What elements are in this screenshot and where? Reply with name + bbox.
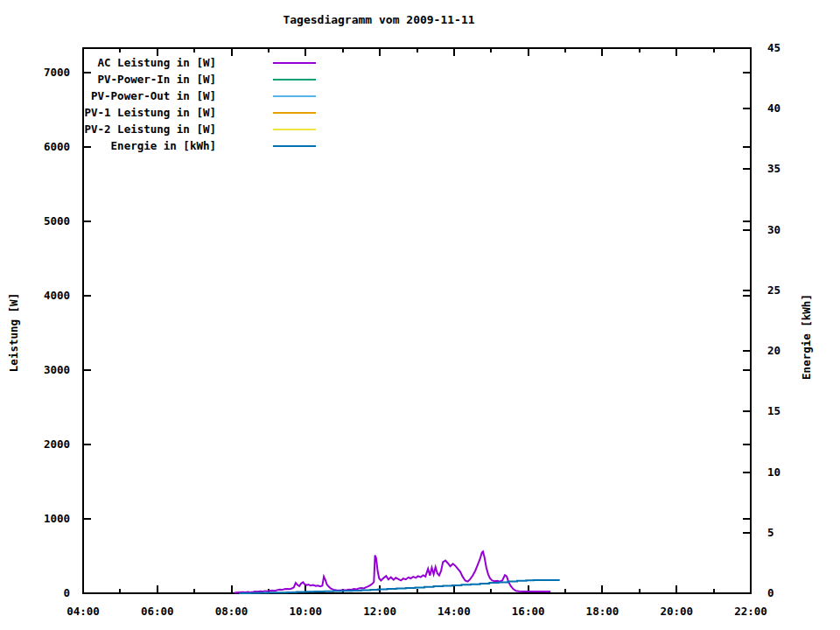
y-left-tick-label: 7000 [0,66,70,80]
y-left-tick-label: 3000 [0,363,70,377]
y-left-tick-label: 4000 [0,289,70,303]
y-right-tick-label: 15 [767,404,820,418]
legend-label-energie: Energie in [kWh] [83,137,216,154]
series-line-ac-leistung [234,551,550,592]
x-tick-label: 16:00 [497,605,560,619]
y-left-tick-label: 2000 [0,438,70,452]
y-right-tick-label: 20 [767,344,820,358]
chart-canvas: Tagesdiagramm vom 2009-11-11 Leistung [W… [0,0,840,630]
y-right-tick-label: 35 [767,162,820,176]
x-tick-label: 08:00 [200,605,263,619]
y-left-tick-label: 0 [0,586,70,600]
y-right-tick-label: 10 [767,466,820,480]
y-left-tick-label: 6000 [0,140,70,154]
legend-swatch-pv-2-leistung [273,129,316,130]
legend-label-ac-leistung: AC Leistung in [W] [83,54,216,71]
legend-swatch-ac-leistung [273,62,316,64]
y-left-tick-label: 1000 [0,512,70,526]
x-tick-label: 06:00 [126,605,189,619]
x-tick-label: 04:00 [52,605,115,619]
y-right-tick-label: 0 [767,586,820,600]
x-tick-label: 22:00 [719,605,782,619]
legend-swatch-pv-power-in [273,79,316,80]
legend-label-pv-power-out: PV-Power-Out in [W] [83,88,216,104]
legend-label-pv-2-leistung: PV-2 Leistung in [W] [83,121,216,137]
y-right-tick-label: 30 [767,223,820,237]
y-right-tick-label: 40 [767,102,820,116]
y-right-tick-label: 25 [767,284,820,298]
x-tick-label: 20:00 [645,605,708,619]
legend-swatch-pv-power-out [273,95,316,97]
x-tick-label: 14:00 [423,605,486,619]
x-tick-label: 12:00 [348,605,411,619]
legend-swatch-pv-1-leistung [273,112,316,114]
y-right-tick-label: 5 [767,526,820,540]
y-right-tick-label: 45 [767,41,820,55]
legend-label-pv-power-in: PV-Power-In in [W] [83,71,216,88]
x-tick-label: 18:00 [570,605,634,619]
legend-label-pv-1-leistung: PV-1 Leistung in [W] [83,104,216,121]
x-tick-label: 10:00 [274,605,337,619]
y-left-tick-label: 5000 [0,214,70,228]
legend-swatch-energie [273,145,316,147]
